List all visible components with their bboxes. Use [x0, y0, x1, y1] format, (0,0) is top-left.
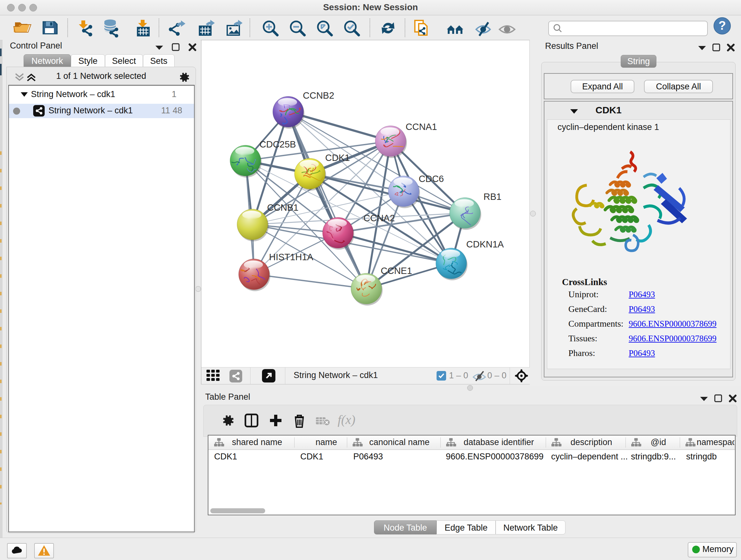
svg-text:CDKN1A: CDKN1A: [466, 239, 504, 249]
svg-text:CDK1: CDK1: [325, 152, 350, 163]
svg-text:CCNB1: CCNB1: [267, 202, 298, 212]
svg-text:CCNA2: CCNA2: [363, 213, 395, 223]
svg-text:RB1: RB1: [483, 192, 501, 202]
svg-text:CDC6: CDC6: [419, 174, 444, 184]
svg-text:CCNE1: CCNE1: [381, 266, 412, 276]
svg-text:?: ?: [718, 19, 726, 32]
svg-text:CCNA1: CCNA1: [406, 122, 437, 132]
svg-text:CDC25B: CDC25B: [259, 139, 296, 149]
svg-text:HIST1H1A: HIST1H1A: [269, 252, 313, 262]
svg-text:CCNB2: CCNB2: [303, 90, 334, 101]
